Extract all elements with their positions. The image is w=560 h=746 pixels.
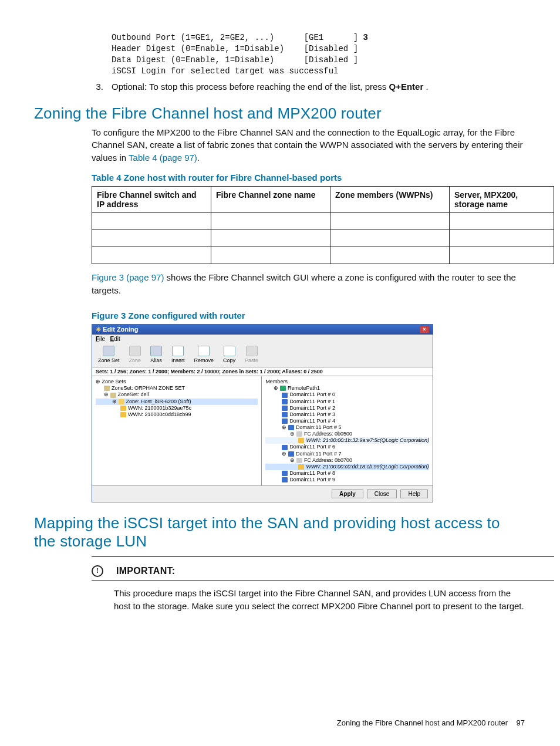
cell	[211, 212, 330, 229]
tool-alias[interactable]: Alias	[150, 346, 162, 363]
tool-paste: Paste	[245, 346, 258, 363]
tool-zoneset[interactable]: Zone Set	[98, 346, 120, 363]
left-pane[interactable]: ⊕ Zone Sets ZoneSet: ORPHAN ZONE SET ⊕ Z…	[92, 376, 262, 485]
text: .	[423, 82, 428, 92]
cell	[92, 229, 211, 247]
tool-insert[interactable]: Insert	[171, 346, 185, 363]
cell	[450, 247, 554, 264]
col-header: Fibre Channel zone name	[211, 186, 330, 212]
menu-edit[interactable]: dit	[114, 336, 120, 342]
tree-item[interactable]: WWN: 210000c0dd18cb99	[96, 411, 258, 418]
tree-item[interactable]: Domain:11 Port # 9	[265, 477, 429, 483]
tool-remove[interactable]: Remove	[194, 346, 214, 363]
tree-item[interactable]: Domain:11 Port # 6	[265, 444, 429, 450]
link-figure3[interactable]: Figure 3 (page 97)	[92, 272, 164, 282]
dialog-buttons: Apply Close Help	[92, 485, 433, 502]
table-header-row: Fibre Channel switch and IP address Fibr…	[92, 186, 554, 212]
important-callout: ! IMPORTANT:	[92, 565, 525, 577]
rule	[92, 580, 554, 581]
keycap: Q+Enter	[389, 82, 424, 92]
table4: Fibre Channel switch and IP address Fibr…	[92, 186, 554, 264]
toolbar: Zone Set Zone Alias Insert Remove Copy P…	[92, 343, 433, 367]
figure3-screenshot: ✳ Edit Zoning × File Edit Zone Set Zone …	[92, 324, 433, 502]
window-titlebar: ✳ Edit Zoning ×	[92, 325, 433, 335]
menu-file[interactable]: ile	[99, 336, 105, 342]
important-text: This procedure maps the iSCSI target int…	[114, 587, 525, 613]
text: .	[197, 153, 200, 163]
cell	[211, 229, 330, 247]
col-header: Zone members (WWPNs)	[330, 186, 450, 212]
page-footer: Zoning the Fibre Channel host and MPX200…	[337, 718, 525, 727]
tree-item-selected[interactable]: WWN: 21:00:00:c0:dd:18:cb:99(QLogic Corp…	[265, 464, 429, 470]
tree-item[interactable]: Domain:11 Port # 4	[265, 418, 429, 424]
cell	[330, 229, 450, 247]
page-number: 97	[517, 718, 525, 727]
code-bold: 3	[363, 33, 367, 42]
tool-label: Copy	[223, 357, 235, 363]
link-table4[interactable]: Table 4 (page 97)	[129, 153, 197, 163]
cell	[92, 247, 211, 264]
cell	[211, 247, 330, 264]
table-row	[92, 212, 554, 229]
cell	[330, 247, 450, 264]
tree-item[interactable]: ⊕ RemotePath1	[265, 385, 429, 391]
code-line: Outbound Port (1=GE1, 2=GE2, ...) [GE1 ]	[112, 33, 363, 42]
important-label: IMPORTANT:	[116, 566, 175, 576]
tree-item[interactable]: ⊕ Domain:11 Port # 7	[265, 451, 429, 457]
tree-item-selected[interactable]: ⊕ Zone: Host_iSR-6200 (Soft)	[96, 399, 258, 405]
tree-root[interactable]: Members	[265, 379, 429, 385]
tool-label: Alias	[150, 357, 162, 363]
tool-label: Remove	[194, 357, 214, 363]
tool-label: Zone	[129, 357, 141, 363]
heading-mapping: Mapping the iSCSI target into the SAN an…	[34, 514, 525, 551]
tree-item[interactable]: Domain:11 Port # 3	[265, 411, 429, 418]
tool-label: Insert	[171, 357, 185, 363]
code-line: Header Digest (0=Enable, 1=Disable) [Dis…	[112, 44, 358, 53]
figure3-title: Figure 3 Zone configured with router	[92, 310, 525, 320]
close-button[interactable]: Close	[367, 490, 397, 498]
rule	[92, 556, 554, 557]
text: Optional: To stop this process before re…	[112, 82, 389, 92]
status-bar: Sets: 1 / 256; Zones: 1 / 2000; Members:…	[92, 367, 433, 376]
tree-item[interactable]: ⊕ FC Address: 0b0500	[265, 431, 429, 437]
tree-item[interactable]: Domain:11 Port # 0	[265, 391, 429, 398]
tree-item[interactable]: ⊕ Domain:11 Port # 5	[265, 424, 429, 431]
tree-item[interactable]: ⊕ ZoneSet: dell	[96, 391, 258, 398]
step-text: Optional: To stop this process before re…	[112, 82, 525, 92]
col-header: Fibre Channel switch and IP address	[92, 186, 211, 212]
tree-item[interactable]: Domain:11 Port # 1	[265, 399, 429, 405]
table-row	[92, 229, 554, 247]
menubar[interactable]: File Edit	[92, 335, 433, 343]
paragraph: To configure the MPX200 to the Fibre Cha…	[92, 126, 525, 164]
tool-copy[interactable]: Copy	[223, 346, 235, 363]
step-3: 3. Optional: To stop this process before…	[93, 82, 525, 92]
tool-label: Paste	[245, 357, 258, 363]
tree-item[interactable]: ZoneSet: ORPHAN ZONE SET	[96, 385, 258, 391]
tree-root[interactable]: ⊕ Zone Sets	[96, 379, 258, 385]
tool-zone: Zone	[129, 346, 141, 363]
code-block: Outbound Port (1=GE1, 2=GE2, ...) [GE1 ]…	[112, 32, 525, 77]
footer-text: Zoning the Fibre Channel host and MPX200…	[337, 718, 508, 727]
panes: ⊕ Zone Sets ZoneSet: ORPHAN ZONE SET ⊕ Z…	[92, 376, 433, 485]
help-button[interactable]: Help	[400, 490, 428, 498]
step-number: 3.	[93, 82, 103, 92]
code-line: Data Digest (0=Enable, 1=Disable) [Disab…	[112, 55, 358, 65]
cell	[450, 212, 554, 229]
cell	[450, 229, 554, 247]
apply-button[interactable]: Apply	[332, 490, 363, 498]
tree-item[interactable]: Domain:11 Port # 2	[265, 405, 429, 411]
tree-item[interactable]: ⊕ FC Address: 0b0700	[265, 457, 429, 464]
heading-zoning: Zoning the Fibre Channel host and MPX200…	[34, 104, 525, 123]
table-row	[92, 247, 554, 264]
tree-item[interactable]: WWN: 21:00:00:1b:32:9a:e7:5c(QLogic Corp…	[265, 437, 429, 444]
window-title: Edit Zoning	[103, 326, 138, 333]
tree-item[interactable]: Domain:11 Port # 8	[265, 470, 429, 477]
paragraph: Figure 3 (page 97) shows the Fibre Chann…	[92, 271, 525, 297]
tool-label: Zone Set	[98, 357, 120, 363]
close-icon[interactable]: ×	[420, 326, 429, 333]
cell	[92, 212, 211, 229]
tree-item[interactable]: WWN: 2100001b329ae75c	[96, 405, 258, 411]
right-pane[interactable]: Members ⊕ RemotePath1 Domain:11 Port # 0…	[262, 376, 433, 485]
table4-title: Table 4 Zone host with router for Fibre …	[92, 173, 525, 183]
cell	[330, 212, 450, 229]
